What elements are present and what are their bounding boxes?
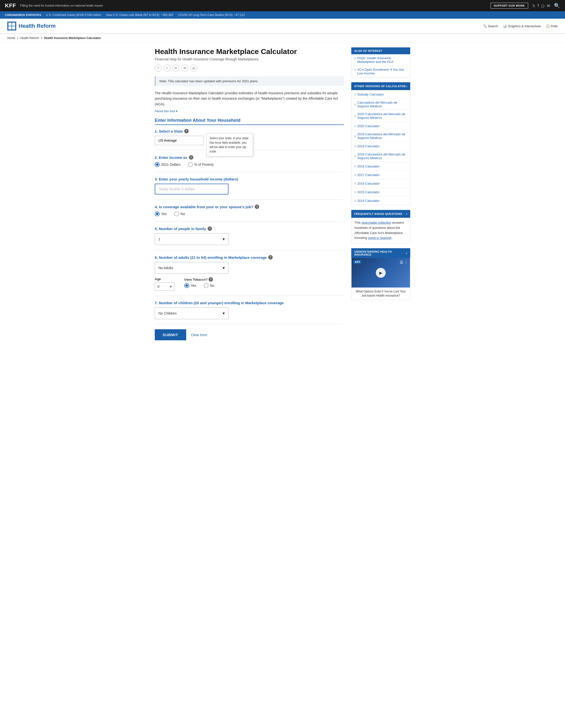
version-item-6[interactable]: 2018 Calculadora del Mercado de Seguros … <box>352 151 410 162</box>
state-input-area: Select your state. If your state has loc… <box>155 136 204 145</box>
field-adults: 6. Number of adults (21 to 64) enrolling… <box>155 255 344 296</box>
radio-tobacco-no[interactable]: No <box>204 283 214 288</box>
version-item-7[interactable]: 2018 Calculator <box>352 162 410 171</box>
radio-poverty[interactable]: % of Poverty <box>188 162 214 167</box>
search-icon: 🔍 <box>483 24 487 28</box>
share-email[interactable]: ✉ <box>181 65 188 71</box>
clear-form-link[interactable]: Clear form <box>191 333 207 337</box>
version-item-5[interactable]: 2019 Calculator <box>352 142 410 151</box>
state-help-icon[interactable]: ? <box>184 129 189 133</box>
version-item-1[interactable]: Calculadora del Mercado de Seguros Médic… <box>352 99 410 110</box>
form-section-header: Enter Information About Your Household <box>155 118 344 125</box>
state-tooltip: Select your state. If your state has loc… <box>206 133 253 156</box>
radio-no-job[interactable]: No <box>174 211 185 216</box>
children-dropdown[interactable]: No Children ▾ <box>155 307 228 319</box>
other-versions-header[interactable]: OTHER VERSIONS OF CALCULATOR › <box>351 82 410 90</box>
nav-search[interactable]: 🔍 Search <box>483 24 498 28</box>
share-twitter[interactable]: t <box>164 65 170 71</box>
kff-video-label: KFF <box>354 260 362 264</box>
version-item-10[interactable]: 2015 Calculator <box>352 188 410 196</box>
family-size-value: 1 <box>158 237 160 241</box>
breadcrumb-home[interactable]: Home <box>7 36 15 40</box>
field-income: 3. Enter your yearly household income (d… <box>155 177 344 200</box>
family-help-icon[interactable]: ? <box>207 226 212 231</box>
version-item-0[interactable]: Subsidy Calculator <box>352 90 410 99</box>
radio-tobacco-yes-circle <box>184 283 189 288</box>
version-item-2[interactable]: 2020 Calculadora del Mercado de Seguros … <box>352 110 410 122</box>
age-arrow: ▾ <box>170 285 172 288</box>
also-of-interest-header: ALSO OF INTEREST <box>351 47 410 54</box>
version-item-9[interactable]: 2016 Calculator <box>352 179 410 188</box>
nav-polls[interactable]: 📋 Polls <box>546 24 558 28</box>
field-children: 7. Number of children (20 and younger) e… <box>155 301 344 324</box>
facebook-icon-top[interactable]: f <box>538 3 539 8</box>
version-item-8[interactable]: 2017 Calculator <box>352 171 410 179</box>
covid-stat1: U.S. Confirmed Cases (8/19) 5.530 millio… <box>46 13 101 17</box>
social-share-icons: f t in ✉ 🖨 <box>155 65 344 71</box>
version-item-11[interactable]: 2014 Calculator <box>352 196 410 205</box>
kff-tagline: Filling the need for trusted information… <box>20 4 487 7</box>
version-item-4[interactable]: 2019 Calculadora del Mercado de Seguros … <box>352 130 410 142</box>
field-adults-label: 6. Number of adults (21 to 64) enrolling… <box>155 255 344 260</box>
video-menu-icons: ☰ ⋮ <box>400 260 408 265</box>
other-versions-list: Subsidy Calculator Calculadora del Merca… <box>351 90 410 205</box>
nav-graphics[interactable]: 📊 Graphics & Interactives <box>503 24 541 28</box>
income-type-radio-group: 2021 Dollars % of Poverty <box>155 162 344 167</box>
polls-icon: 📋 <box>546 24 550 28</box>
submit-button[interactable]: SUBMIT <box>155 329 186 340</box>
age-tobacco-row: Age 0 ▾ Uses Tobacco? ? Yes <box>155 277 344 291</box>
job-help-icon[interactable]: ? <box>255 205 259 209</box>
job-coverage-radio-group: Yes No <box>155 211 344 216</box>
about-link[interactable]: About this tool ▾ <box>155 109 344 113</box>
adults-dropdown[interactable]: No Adults ▾ <box>155 262 228 274</box>
page-title: Health Insurance Marketplace Calculator <box>155 47 344 56</box>
instagram-icon-top[interactable]: ◻ <box>541 3 544 8</box>
field-state-label: 1. Select a State ? <box>155 129 344 133</box>
chart-icon: 📊 <box>503 24 507 28</box>
faq-spanish-link[interactable]: some in Spanish <box>368 236 392 240</box>
video-chevron: › <box>406 251 407 255</box>
also-of-interest-list: FAQs: Health Insurance Marketplace and t… <box>351 54 410 77</box>
video-box[interactable]: KFF ☰ ⋮ ▶ What Options Exist If You've L… <box>351 258 410 300</box>
covid-bar: CORONAVIRUS STATISTICS U.S. Confirmed Ca… <box>0 11 565 19</box>
email-icon-top[interactable]: ✉ <box>547 3 550 8</box>
video-thumbnail: KFF ☰ ⋮ ▶ <box>352 258 410 288</box>
share-linkedin[interactable]: in <box>172 65 179 71</box>
search-icon-top[interactable]: 🔍 <box>554 3 560 9</box>
faq-searchable-link[interactable]: searchable collection <box>361 221 391 224</box>
main-content: Health Insurance Marketplace Calculator … <box>155 47 344 340</box>
income-input[interactable] <box>155 184 228 194</box>
state-input[interactable] <box>155 136 204 145</box>
radio-tobacco-yes[interactable]: Yes <box>184 283 196 288</box>
adults-help-icon[interactable]: ? <box>268 255 273 260</box>
children-value: No Children <box>158 311 177 315</box>
note-box: Note: This calculator has been updated w… <box>155 76 344 86</box>
also-item-0[interactable]: FAQs: Health Insurance Marketplace and t… <box>352 54 410 66</box>
field-income-label: 3. Enter your yearly household income (d… <box>155 177 344 181</box>
version-item-3[interactable]: 2020 Calculator <box>352 122 410 130</box>
top-bar: KFF Filling the need for trusted informa… <box>0 0 565 11</box>
play-button[interactable]: ▶ <box>376 268 386 278</box>
main-layout: Health Insurance Marketplace Calculator … <box>147 42 418 345</box>
tobacco-help-icon[interactable]: ? <box>208 277 213 282</box>
age-dropdown[interactable]: 0 ▾ <box>155 282 174 291</box>
income-type-help-icon[interactable]: ? <box>189 155 193 160</box>
family-size-dropdown[interactable]: 1 ▾ <box>155 233 228 245</box>
other-versions-section: OTHER VERSIONS OF CALCULATOR › Subsidy C… <box>351 82 410 205</box>
field-family-label: 5. Number of people in family ? <box>155 226 344 231</box>
twitter-icon-top[interactable]: 𝕏 <box>532 3 535 8</box>
video-header[interactable]: UNDERSTANDING HEALTH INSURANCE › <box>351 248 410 258</box>
radio-yes-job[interactable]: Yes <box>155 211 167 216</box>
family-dropdown-arrow: ▾ <box>222 236 225 242</box>
share-facebook[interactable]: f <box>155 65 162 71</box>
description-text: The Health Insurance Marketplace Calcula… <box>155 90 344 107</box>
support-button[interactable]: SUPPORT OUR WORK <box>491 3 528 9</box>
radio-dollars[interactable]: 2021 Dollars <box>155 162 180 167</box>
also-item-1[interactable]: ACA Open Enrollment: If You Are Low-Inco… <box>352 66 410 77</box>
radio-poverty-circle <box>188 162 193 167</box>
field-job-coverage-label: 4. Is coverage available from your or yo… <box>155 205 344 209</box>
breadcrumb-section[interactable]: Health Reform <box>20 36 39 40</box>
radio-no-job-circle <box>174 211 179 216</box>
faq-header[interactable]: FREQUENTLY ASKED QUESTIONS › <box>351 210 410 218</box>
share-print[interactable]: 🖨 <box>190 65 197 71</box>
